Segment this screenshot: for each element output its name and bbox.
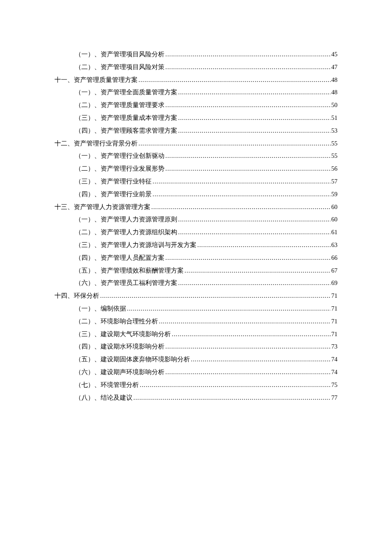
- toc-entry-label: （二）、资产管理人力资源组织架构: [75, 228, 177, 236]
- toc-dots-leader: [165, 151, 331, 160]
- toc-entry-page: 77: [331, 393, 338, 402]
- toc-entry-page: 71: [331, 304, 338, 313]
- toc-entry-label: 十一、资产管理质量管理方案: [55, 76, 138, 84]
- toc-entry-page: 60: [331, 215, 338, 224]
- toc-entry-page: 71: [331, 317, 338, 325]
- toc-entry: （一）、资产管理全面质量管理方案48: [75, 88, 337, 96]
- toc-entry-page: 60: [331, 203, 338, 211]
- table-of-contents: （一）、资产管理项目风险分析45（二）、资产管理项目风险对策47十一、资产管理质…: [55, 50, 337, 402]
- toc-entry-label: （一）、资产管理人力资源管理原则: [75, 215, 177, 224]
- toc-entry-label: （三）、资产管理人力资源培训与开发方案: [75, 241, 196, 249]
- toc-entry: 十三、资产管理人力资源管理方案60: [55, 203, 337, 211]
- toc-entry: （六）、资产管理员工福利管理方案69: [75, 279, 337, 287]
- toc-entry-label: （四）、资产管理行业前景: [75, 190, 152, 198]
- toc-dots-leader: [178, 113, 331, 122]
- toc-entry: 十四、环保分析71: [55, 291, 337, 300]
- toc-entry-page: 75: [331, 381, 338, 389]
- toc-entry-label: （六）、资产管理员工福利管理方案: [75, 279, 177, 287]
- toc-entry-label: （二）、资产管理项目风险对策: [75, 63, 164, 71]
- toc-dots-leader: [178, 228, 331, 236]
- toc-entry-label: （五）、建设期固体废弃物环境影响分析: [75, 355, 190, 363]
- toc-entry-page: 47: [331, 63, 338, 71]
- toc-entry-label: （四）、建设期水环境影响分析: [75, 342, 164, 351]
- toc-entry-label: （一）、资产管理行业创新驱动: [75, 151, 164, 160]
- toc-entry: 十一、资产管理质量管理方案48: [55, 76, 337, 84]
- toc-entry: （四）、资产管理行业前景59: [75, 190, 337, 198]
- toc-entry: （二）、环境影响合理性分析71: [75, 317, 337, 325]
- toc-entry: （二）、资产管理人力资源组织架构61: [75, 228, 337, 236]
- toc-entry-page: 74: [331, 368, 338, 376]
- toc-entry: （三）、建设期大气环境影响分析71: [75, 330, 337, 338]
- toc-entry-page: 55: [331, 151, 338, 160]
- toc-entry: （二）、资产管理质量管理要求50: [75, 101, 337, 109]
- toc-dots-leader: [138, 76, 331, 84]
- toc-entry-page: 63: [331, 241, 338, 249]
- toc-entry-page: 53: [331, 126, 338, 135]
- toc-entry: （二）、资产管理项目风险对策47: [75, 63, 337, 71]
- toc-entry-label: （三）、资产管理质量成本管理方案: [75, 113, 177, 122]
- toc-entry-label: （二）、环境影响合理性分析: [75, 317, 158, 325]
- toc-dots-leader: [172, 330, 331, 338]
- toc-dots-leader: [178, 88, 331, 96]
- toc-entry-page: 69: [331, 279, 338, 287]
- toc-dots-leader: [165, 368, 331, 376]
- toc-entry-label: （一）、资产管理项目风险分析: [75, 50, 164, 58]
- toc-entry: （三）、资产管理人力资源培训与开发方案63: [75, 241, 337, 249]
- toc-dots-leader: [184, 266, 331, 275]
- toc-entry: （四）、建设期水环境影响分析73: [75, 342, 337, 351]
- toc-entry-page: 55: [331, 139, 338, 148]
- toc-dots-leader: [140, 381, 331, 389]
- toc-entry-label: （二）、资产管理质量管理要求: [75, 101, 164, 109]
- toc-entry-page: 71: [331, 330, 338, 338]
- toc-entry-page: 73: [331, 342, 338, 351]
- toc-entry-label: （七）、环境管理分析: [75, 381, 139, 389]
- toc-entry: （五）、建设期固体废弃物环境影响分析74: [75, 355, 337, 363]
- toc-dots-leader: [151, 203, 331, 211]
- toc-entry-label: （六）、建设期声环境影响分析: [75, 368, 164, 376]
- toc-entry-label: 十三、资产管理人力资源管理方案: [55, 203, 150, 211]
- toc-dots-leader: [165, 50, 331, 58]
- toc-dots-leader: [165, 253, 331, 262]
- toc-entry: （一）、资产管理行业创新驱动55: [75, 151, 337, 160]
- toc-dots-leader: [191, 355, 331, 363]
- toc-entry: （四）、资产管理人员配置方案66: [75, 253, 337, 262]
- toc-entry: （一）、资产管理项目风险分析45: [75, 50, 337, 58]
- toc-entry-label: （一）、资产管理全面质量管理方案: [75, 88, 177, 96]
- toc-dots-leader: [153, 177, 331, 186]
- toc-entry-page: 48: [331, 76, 338, 84]
- toc-entry-page: 48: [331, 88, 338, 96]
- toc-entry-page: 50: [331, 101, 338, 109]
- toc-dots-leader: [153, 190, 331, 198]
- toc-entry-page: 71: [331, 291, 338, 300]
- toc-entry-page: 61: [331, 228, 338, 236]
- toc-entry-label: （四）、资产管理顾客需求管理方案: [75, 126, 177, 135]
- toc-entry: （三）、资产管理行业特征57: [75, 177, 337, 186]
- toc-entry-page: 67: [331, 266, 338, 275]
- toc-dots-leader: [197, 241, 331, 249]
- toc-entry-page: 59: [331, 190, 338, 198]
- toc-entry: 十二、资产管理行业背景分析55: [55, 139, 337, 148]
- toc-entry-label: （四）、资产管理人员配置方案: [75, 253, 164, 262]
- toc-entry-label: 十二、资产管理行业背景分析: [55, 139, 138, 148]
- toc-entry-page: 74: [331, 355, 338, 363]
- toc-entry-label: （三）、资产管理行业特征: [75, 177, 152, 186]
- toc-entry: （三）、资产管理质量成本管理方案51: [75, 113, 337, 122]
- toc-dots-leader: [133, 393, 331, 402]
- toc-dots-leader: [178, 126, 331, 135]
- toc-entry: （五）、资产管理绩效和薪酬管理方案67: [75, 266, 337, 275]
- toc-entry-page: 66: [331, 253, 338, 262]
- toc-dots-leader: [165, 164, 331, 173]
- toc-entry-label: （一）、编制依据: [75, 304, 126, 313]
- toc-entry-page: 51: [331, 113, 338, 122]
- toc-entry-label: （八）、结论及建议: [75, 393, 133, 402]
- toc-dots-leader: [159, 317, 331, 325]
- toc-entry: （一）、编制依据71: [75, 304, 337, 313]
- toc-entry: （四）、资产管理顾客需求管理方案53: [75, 126, 337, 135]
- toc-entry-label: （五）、资产管理绩效和薪酬管理方案: [75, 266, 184, 275]
- toc-dots-leader: [165, 342, 331, 351]
- toc-entry: （七）、环境管理分析75: [75, 381, 337, 389]
- toc-dots-leader: [165, 101, 331, 109]
- toc-dots-leader: [100, 291, 331, 300]
- toc-entry-page: 56: [331, 164, 338, 173]
- toc-entry-label: （三）、建设期大气环境影响分析: [75, 330, 171, 338]
